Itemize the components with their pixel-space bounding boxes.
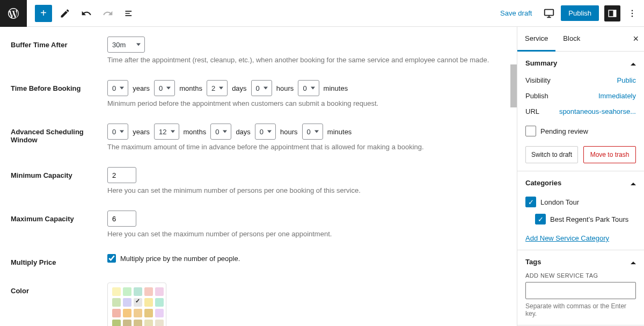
- color-swatch[interactable]: [112, 309, 121, 317]
- add-block-button[interactable]: +: [35, 5, 52, 22]
- wp-icon: [7, 7, 20, 20]
- category-checkbox[interactable]: ✓: [535, 214, 546, 224]
- color-swatch[interactable]: [144, 287, 153, 296]
- color-swatch[interactable]: [123, 320, 131, 326]
- edit-tool-icon[interactable]: [56, 5, 74, 22]
- svg-rect-0: [545, 9, 554, 15]
- main-layout: Buffer Time After 30m Time after the app…: [0, 27, 644, 326]
- row-time-before: Time Before Booking 0years 0months 2days…: [0, 76, 517, 112]
- color-swatch[interactable]: [134, 309, 142, 317]
- row-buffer-after: Buffer Time After 30m Time after the app…: [0, 32, 517, 68]
- chevron-up-icon[interactable]: [631, 179, 636, 187]
- svg-point-5: [632, 16, 633, 17]
- list-view-icon[interactable]: [121, 5, 138, 22]
- categories-title[interactable]: Categories: [525, 179, 561, 187]
- tb-days[interactable]: 2: [207, 80, 228, 96]
- category-checkbox[interactable]: ✓: [525, 197, 536, 207]
- chevron-up-icon[interactable]: [631, 59, 636, 67]
- text-multiply: Multiply price by the number of people.: [120, 255, 240, 263]
- switch-draft-button[interactable]: Switch to draft: [525, 146, 578, 163]
- color-swatch[interactable]: [123, 298, 131, 307]
- color-swatch[interactable]: [144, 320, 153, 326]
- help-max-cap: Here you can set the maximum number of p…: [107, 230, 506, 238]
- color-swatch[interactable]: [112, 320, 121, 326]
- aw-years[interactable]: 0: [107, 124, 128, 140]
- move-trash-button[interactable]: Move to trash: [583, 146, 636, 163]
- color-swatch[interactable]: [155, 309, 164, 317]
- tag-input[interactable]: [525, 282, 636, 299]
- svg-rect-2: [613, 10, 616, 17]
- input-max-cap[interactable]: [107, 211, 136, 227]
- tb-minutes[interactable]: 0: [298, 80, 319, 96]
- redo-icon[interactable]: [99, 5, 116, 22]
- color-swatch[interactable]: [134, 287, 142, 296]
- color-swatch[interactable]: [112, 287, 121, 296]
- help-time-before: Minimum period before the appointment wh…: [107, 99, 506, 107]
- label-max-cap: Maximum Capacity: [11, 211, 107, 223]
- aw-minutes[interactable]: 0: [302, 124, 323, 140]
- aw-hours[interactable]: 0: [255, 124, 276, 140]
- category-label: London Tour: [540, 198, 579, 206]
- category-label: Best Regent’s Park Tours: [550, 215, 628, 223]
- color-swatch[interactable]: [144, 309, 153, 317]
- color-swatch[interactable]: [123, 287, 131, 296]
- aw-days[interactable]: 0: [210, 124, 231, 140]
- svg-point-4: [632, 12, 633, 13]
- add-category-link[interactable]: Add New Service Category: [525, 234, 609, 242]
- color-swatch[interactable]: [134, 298, 142, 307]
- tb-years[interactable]: 0: [107, 80, 128, 96]
- more-options-icon[interactable]: [626, 7, 639, 20]
- tags-title[interactable]: Tags: [525, 258, 541, 266]
- row-max-cap: Maximum Capacity Here you can set the ma…: [0, 206, 517, 242]
- label-min-cap: Minimum Capacity: [11, 167, 107, 179]
- wordpress-logo[interactable]: [0, 0, 27, 27]
- aw-months[interactable]: 12: [154, 124, 179, 140]
- preview-icon[interactable]: [543, 7, 555, 20]
- label-adv-window: Advanced Scheduling Window: [11, 124, 107, 144]
- svg-point-3: [632, 10, 633, 11]
- row-adv-window: Advanced Scheduling Window 0years 12mont…: [0, 119, 517, 155]
- row-color: Color More: [0, 278, 517, 326]
- help-buffer-after: Time after the appointment (rest, cleanu…: [107, 56, 506, 64]
- scrollbar-thumb[interactable]: [510, 64, 517, 107]
- undo-icon[interactable]: [78, 5, 95, 22]
- save-draft-link[interactable]: Save draft: [495, 6, 537, 20]
- color-swatch[interactable]: [123, 309, 131, 317]
- color-swatch[interactable]: [134, 320, 142, 326]
- select-buffer-after[interactable]: 30m: [107, 37, 145, 53]
- top-right-group: Save draft Publish: [495, 5, 639, 21]
- help-adv-window: The maximum amount of time in advance be…: [107, 143, 506, 151]
- color-swatch[interactable]: [155, 287, 164, 296]
- color-swatch[interactable]: [112, 298, 121, 307]
- color-swatch[interactable]: [155, 298, 164, 307]
- help-min-cap: Here you can set the minimum number of p…: [107, 186, 506, 194]
- link-url[interactable]: spontaneous-seahorse...: [559, 107, 636, 115]
- color-swatch[interactable]: [155, 320, 164, 326]
- link-publish[interactable]: Immediately: [598, 92, 636, 100]
- category-item: ✓Best Regent’s Park Tours: [535, 211, 636, 228]
- tab-service[interactable]: Service: [517, 27, 555, 52]
- tb-hours[interactable]: 0: [251, 80, 272, 96]
- label-time-before: Time Before Booking: [11, 80, 107, 92]
- checkbox-multiply[interactable]: [107, 254, 116, 263]
- summary-title[interactable]: Summary: [525, 59, 557, 67]
- content-area: Buffer Time After 30m Time after the app…: [0, 27, 517, 326]
- row-multiply: Multiply Price Multiply price by the num…: [0, 250, 517, 271]
- publish-button[interactable]: Publish: [561, 5, 599, 21]
- sidebar-toggle-button[interactable]: [604, 5, 620, 21]
- link-visibility[interactable]: Public: [617, 76, 636, 84]
- sb-section-categories: Categories ✓London Tour✓Best Regent’s Pa…: [517, 171, 644, 250]
- label-multiply: Multiply Price: [11, 254, 107, 266]
- top-toolbar: + Save draft Publish: [0, 0, 644, 27]
- checkbox-pending[interactable]: [525, 126, 536, 136]
- chevron-up-icon[interactable]: [631, 258, 636, 266]
- sb-section-tags: Tags Add New Service Tag Separate with c…: [517, 250, 644, 325]
- color-swatch[interactable]: [144, 298, 153, 307]
- close-sidebar-icon[interactable]: ×: [633, 33, 639, 45]
- tab-block[interactable]: Block: [555, 27, 588, 51]
- label-color: Color: [11, 282, 107, 295]
- input-min-cap[interactable]: [107, 167, 136, 183]
- tb-months[interactable]: 0: [154, 80, 175, 96]
- sb-section-summary: Summary VisibilityPublic PublishImmediat…: [517, 52, 644, 171]
- label-buffer-after: Buffer Time After: [11, 37, 107, 49]
